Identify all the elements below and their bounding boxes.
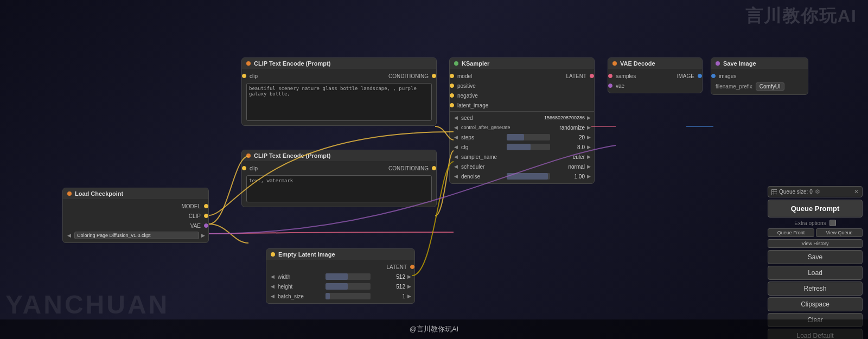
sn-arrow-right[interactable]: ▶	[587, 154, 591, 159]
negative-prompt-text[interactable]: text, watermark	[246, 175, 432, 202]
sch-arrow-right[interactable]: ▶	[587, 164, 591, 169]
samples-input-port: samples	[608, 71, 674, 81]
save-button[interactable]: Save	[768, 250, 863, 264]
dn-arrow-right[interactable]: ▶	[587, 174, 591, 179]
height-param: ◀ height 512 ▶	[266, 282, 414, 291]
view-queue-button[interactable]: View Queue	[816, 228, 863, 237]
cag-arrow-left[interactable]: ◀	[453, 125, 459, 130]
ckpt-arrow-right[interactable]: ▶	[201, 233, 205, 238]
node-status-dot	[271, 252, 275, 257]
width-fill	[326, 273, 348, 280]
height-fill	[326, 283, 348, 290]
node-title: Load Checkpoint	[75, 190, 123, 197]
node-status-dot	[716, 61, 720, 66]
filename-prefix-value[interactable]: ComfyUI	[756, 82, 784, 91]
seed-param: ◀ seed 156680208700286 ▶	[450, 113, 594, 123]
denoise-fill	[507, 173, 548, 180]
ckpt-value[interactable]: Coloring Page Diffusion_v1.0.ckpt	[74, 232, 199, 239]
node-status-dot	[454, 61, 458, 66]
conditioning-connector[interactable]	[432, 74, 436, 78]
vae-output-port: VAE	[63, 221, 208, 231]
node-body: clip CONDITIONING beautiful scenery natu…	[242, 69, 436, 125]
clip-input-connector[interactable]	[242, 74, 246, 78]
latent-connector[interactable]	[410, 265, 414, 269]
node-title: VAE Decode	[620, 60, 655, 67]
model-output-port: MODEL	[63, 201, 208, 211]
node-title: Empty Latent Image	[278, 251, 335, 258]
empty-latent-header: Empty Latent Image	[266, 249, 414, 260]
negative-input-connector[interactable]	[450, 93, 454, 98]
width-arrow-left[interactable]: ◀	[270, 274, 276, 279]
node-body: images filename_prefix ComfyUI	[711, 69, 808, 94]
extra-options-row: Extra options	[768, 220, 863, 226]
seed-arrow-left[interactable]: ◀	[453, 115, 459, 120]
positive-input-connector[interactable]	[450, 84, 454, 88]
batch-size-param: ◀ batch_size 1 ▶	[266, 291, 414, 301]
height-bar	[326, 283, 371, 290]
model-input-connector[interactable]	[450, 74, 454, 78]
batch-arrow-right[interactable]: ▶	[407, 293, 411, 299]
canvas-area[interactable]: Load Checkpoint MODEL CLIP VAE ◀ Colorin…	[27, 26, 868, 319]
vae-input-connector[interactable]	[608, 84, 612, 88]
width-param: ◀ width 512 ▶	[266, 272, 414, 282]
node-status-dot	[612, 61, 617, 66]
queue-size-label: Queue size: 0	[779, 189, 813, 195]
view-history-row: View History	[768, 239, 863, 248]
sch-arrow-left[interactable]: ◀	[453, 164, 459, 169]
save-image-header: Save Image	[711, 58, 808, 69]
clip-connector[interactable]	[204, 214, 208, 218]
ksampler-node: KSampler model positive negative	[449, 57, 595, 184]
latent-output-port: LATENT	[266, 262, 414, 272]
clip-text-encode-1-header: CLIP Text Encode (Prompt)	[242, 58, 436, 69]
cfg-arrow-right[interactable]: ▶	[587, 144, 591, 150]
height-arrow-right[interactable]: ▶	[407, 284, 411, 289]
cfg-fill	[507, 144, 531, 150]
batch-bar	[326, 293, 371, 299]
steps-bar	[507, 134, 550, 140]
node-status-dot	[246, 153, 251, 158]
positive-input-port: positive	[450, 81, 563, 91]
denoise-bar	[507, 173, 550, 180]
positive-prompt-text[interactable]: beautiful scenery nature glass bottle la…	[246, 83, 432, 121]
refresh-button[interactable]: Refresh	[768, 282, 863, 296]
cfg-param: ◀ cfg 8.0 ▶	[450, 142, 594, 152]
view-history-button[interactable]: View History	[768, 239, 863, 248]
image-output-connector[interactable]	[698, 74, 702, 78]
width-arrow-right[interactable]: ▶	[407, 274, 411, 279]
mini-buttons-row: Queue Front View Queue	[768, 228, 863, 237]
queue-prompt-button[interactable]: Queue Prompt	[768, 200, 863, 218]
clipspace-button[interactable]: Clipspace	[768, 297, 863, 311]
clip-text-encode-1-node: CLIP Text Encode (Prompt) clip CONDITION…	[241, 57, 437, 126]
steps-arrow-left[interactable]: ◀	[453, 135, 459, 140]
right-panel: Queue size: 0 ⚙ ✕ Queue Prompt Extra opt…	[768, 186, 863, 339]
sn-arrow-left[interactable]: ◀	[453, 154, 459, 159]
scheduler-param: ◀ scheduler normal ▶	[450, 162, 594, 171]
clip-input-connector-2[interactable]	[242, 166, 246, 170]
queue-front-button[interactable]: Queue Front	[768, 228, 814, 237]
cfg-arrow-left[interactable]: ◀	[453, 144, 459, 150]
extra-options-checkbox[interactable]	[829, 220, 836, 226]
clip-output-port: CLIP	[63, 211, 208, 221]
steps-arrow-right[interactable]: ▶	[587, 135, 591, 140]
latent-image-input-port: latent_image	[450, 100, 563, 110]
gear-button[interactable]: ⚙	[815, 188, 820, 195]
samples-input-connector[interactable]	[608, 74, 612, 78]
model-connector[interactable]	[204, 204, 208, 208]
ckpt-arrow-left[interactable]: ◀	[66, 233, 72, 238]
load-button[interactable]: Load	[768, 266, 863, 280]
vae-connector[interactable]	[204, 223, 208, 228]
close-button[interactable]: ✕	[854, 188, 859, 195]
width-bar	[326, 273, 371, 280]
batch-arrow-left[interactable]: ◀	[270, 293, 276, 299]
node-title: Save Image	[723, 60, 756, 67]
latent-output-connector[interactable]	[590, 74, 594, 78]
height-arrow-left[interactable]: ◀	[270, 284, 276, 289]
dn-arrow-left[interactable]: ◀	[453, 174, 459, 179]
cag-arrow-right[interactable]: ▶	[587, 125, 591, 130]
conditioning-output-port: CONDITIONING	[385, 71, 436, 81]
conditioning-connector-2[interactable]	[432, 166, 436, 170]
bottom-bar-label: @言川教你玩AI	[410, 324, 458, 334]
images-input-connector[interactable]	[711, 74, 716, 78]
latent-image-input-connector[interactable]	[450, 103, 454, 107]
seed-arrow-right[interactable]: ▶	[587, 115, 591, 120]
